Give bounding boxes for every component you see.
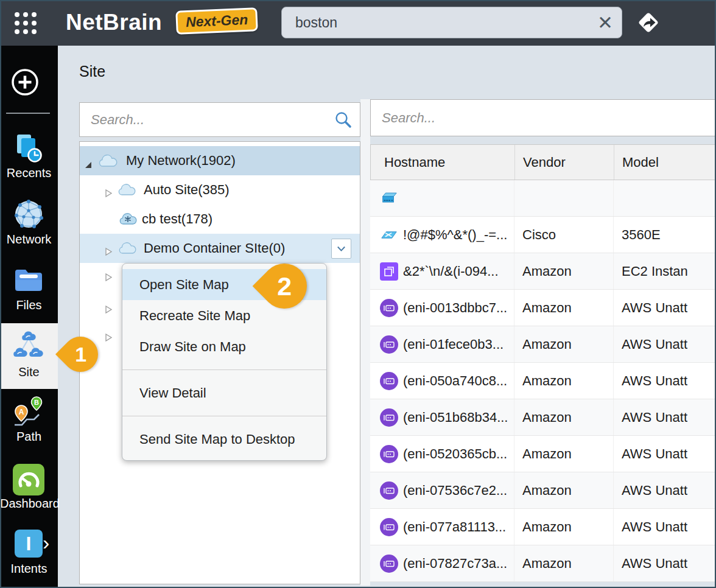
table-row[interactable]: &2*`\n/&(i-094... Amazon EC2 Instan: [370, 253, 716, 290]
cloud-site-icon: [118, 241, 137, 259]
cloud-star-site-icon: [118, 211, 138, 230]
switch-icon: [380, 228, 398, 242]
sidebar-divider: [6, 113, 50, 114]
folder-icon: [12, 264, 45, 297]
vendor-cell: Amazon: [514, 363, 614, 399]
hostname-cell: (eni-0013dbbc7...: [403, 300, 507, 316]
sidebar-item-site[interactable]: Site: [0, 323, 58, 389]
table-row[interactable]: (eni-01fece0b3... Amazon AWS Unatt: [370, 326, 716, 363]
model-cell: AWS Unatt: [614, 363, 716, 399]
model-cell: 3560E: [614, 217, 716, 253]
eni-icon: [380, 445, 398, 463]
hostname-cell: (eni-051b68b34...: [403, 410, 508, 425]
router-device-icon: [380, 191, 398, 205]
sidebar-label-site: Site: [0, 365, 58, 379]
clear-search-icon[interactable]: ✕: [594, 12, 617, 35]
next-gen-badge: Next-Gen: [175, 7, 258, 35]
vendor-cell: [514, 180, 614, 216]
cloud-site-icon: [97, 153, 118, 172]
sidebar-item-recents[interactable]: [13, 133, 44, 167]
vendor-cell: Amazon: [514, 472, 614, 508]
search-icon[interactable]: [334, 110, 353, 132]
hostname-cell: (eni-077a81113...: [403, 519, 506, 535]
vendor-cell: Amazon: [514, 399, 614, 435]
sidebar-label-network: Network: [0, 233, 58, 247]
column-header-model[interactable]: Model: [614, 145, 716, 180]
menu-item-draw-site-on-map[interactable]: Draw Site on Map: [122, 331, 326, 362]
eni-interface-icon: [380, 372, 398, 390]
network-globe-icon: [13, 198, 44, 230]
sidebar-label-dashboard: Dashboard: [0, 497, 58, 511]
global-search-input[interactable]: [281, 7, 622, 38]
sidebar-expand-chevron-icon[interactable]: ›: [43, 533, 49, 551]
tree-item-label: Auto Site(385): [144, 182, 230, 198]
vendor-cell: Amazon: [514, 436, 614, 472]
sidebar-label-recents: Recents: [0, 166, 58, 180]
recent-files-icon: [13, 133, 44, 164]
tree-collapsed-toggle-icon[interactable]: [104, 244, 113, 253]
eni-interface-icon: [380, 335, 398, 354]
table-row[interactable]: (eni-050a740c8... Amazon AWS Unatt: [370, 363, 716, 399]
vendor-cell: Amazon: [514, 253, 614, 289]
site-clouds-icon: [12, 330, 45, 363]
model-cell: AWS Unatt: [614, 326, 716, 362]
vendor-cell: Cisco: [514, 217, 614, 253]
menu-item-view-detail[interactable]: View Detail: [122, 377, 326, 408]
vendor-cell: Amazon: [514, 326, 614, 362]
tree-item-label: My Network(1902): [126, 153, 236, 169]
model-cell: AWS Unatt: [614, 472, 716, 508]
hostname-cell: (eni-07536c7e2...: [403, 483, 507, 499]
sidebar-item-intents[interactable]: I: [15, 530, 43, 560]
sidebar-item-files[interactable]: [12, 264, 45, 299]
tree-item-auto-site[interactable]: Auto Site(385): [80, 175, 360, 205]
add-new-button[interactable]: [11, 68, 39, 99]
go-to-search-icon[interactable]: [632, 6, 665, 41]
tree-collapsed-toggle-icon[interactable]: [104, 305, 113, 317]
device-table-header: Hostname Vendor Model: [370, 144, 716, 180]
site-tree-search-input[interactable]: [79, 102, 360, 137]
tree-expanded-toggle-icon[interactable]: [84, 157, 93, 166]
tree-item-my-network[interactable]: My Network(1902): [80, 146, 360, 175]
tree-item-cb-test[interactable]: cb test(178): [80, 205, 360, 234]
eni-interface-icon: [380, 481, 398, 500]
panel-splitter[interactable]: [360, 99, 370, 586]
table-row[interactable]: (eni-0520365cb... Amazon AWS Unatt: [370, 436, 716, 472]
gauge-icon: [13, 464, 44, 495]
table-row[interactable]: (eni-0013dbbc7... Amazon AWS Unatt: [370, 290, 716, 326]
sidebar-item-dashboard[interactable]: [13, 464, 44, 498]
column-header-vendor[interactable]: Vendor: [515, 145, 614, 180]
switch-device-icon: [380, 228, 398, 242]
hostname-cell: (eni-07827c73a...: [403, 556, 507, 572]
vendor-cell: Amazon: [514, 290, 614, 326]
eni-icon: [380, 335, 398, 354]
tree-collapsed-toggle-icon[interactable]: [104, 273, 113, 284]
table-row[interactable]: (eni-07827c73a... Amazon AWS Unatt: [370, 545, 716, 582]
netbrain-logo: NetBrain: [66, 10, 162, 35]
vendor-cell: Amazon: [514, 545, 614, 581]
device-search-input[interactable]: [370, 99, 716, 136]
app-launcher-grid-icon[interactable]: [15, 12, 37, 34]
sidebar-item-network[interactable]: [13, 198, 44, 233]
table-row[interactable]: (eni-051b68b34... Amazon AWS Unatt: [370, 399, 716, 436]
svg-text:I: I: [26, 533, 32, 555]
tree-item-dropdown-button[interactable]: [331, 239, 351, 259]
eni-interface-icon: [380, 518, 398, 536]
table-row[interactable]: (eni-07536c7e2... Amazon AWS Unatt: [370, 472, 716, 509]
table-row[interactable]: (eni-077a81113... Amazon AWS Unatt: [370, 509, 716, 545]
sidebar-label-intents: Intents: [0, 562, 58, 576]
tree-collapsed-toggle-icon[interactable]: [104, 333, 113, 345]
column-header-hostname[interactable]: Hostname: [371, 145, 515, 180]
model-cell: AWS Unatt: [614, 436, 716, 472]
eni-interface-icon: [380, 445, 398, 463]
table-row[interactable]: !@#$%^&*()_-=... Cisco 3560E: [370, 217, 716, 253]
eni-interface-icon: [380, 555, 398, 573]
menu-item-send-site-map-to-desktop[interactable]: Send Site Map to Desktop: [122, 424, 326, 455]
tree-collapsed-toggle-icon[interactable]: [104, 186, 113, 194]
sidebar-item-path[interactable]: B A: [11, 394, 46, 432]
model-cell: EC2 Instan: [614, 253, 716, 289]
tree-item-demo-container-site[interactable]: Demo Container SIte(0): [80, 234, 360, 263]
table-row[interactable]: [370, 180, 716, 217]
eni-icon: [380, 518, 398, 536]
eni-icon: [380, 555, 398, 573]
ec2-icon: [380, 262, 398, 281]
